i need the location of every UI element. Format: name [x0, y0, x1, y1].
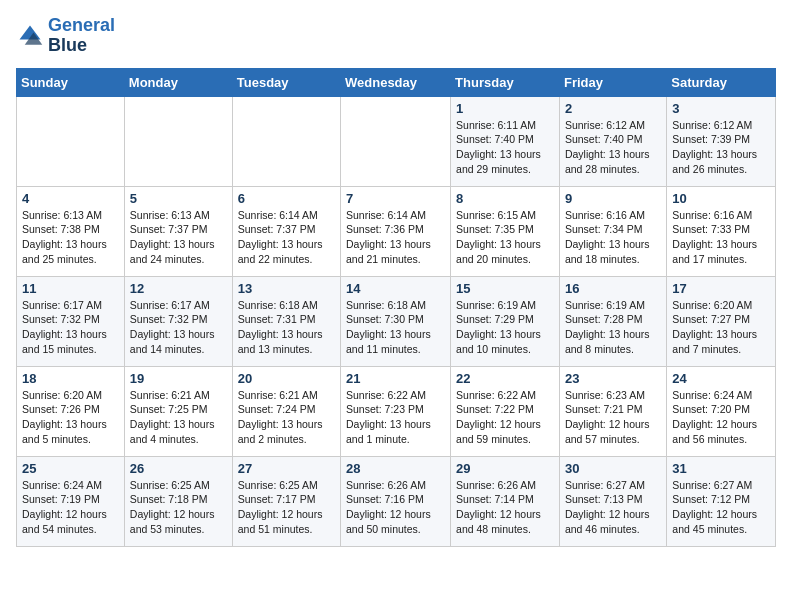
calendar-cell: 8Sunrise: 6:15 AM Sunset: 7:35 PM Daylig… — [451, 186, 560, 276]
calendar-cell: 17Sunrise: 6:20 AM Sunset: 7:27 PM Dayli… — [667, 276, 776, 366]
day-info: Sunrise: 6:11 AM Sunset: 7:40 PM Dayligh… — [456, 118, 554, 177]
calendar-cell: 28Sunrise: 6:26 AM Sunset: 7:16 PM Dayli… — [341, 456, 451, 546]
logo-text: General Blue — [48, 16, 115, 56]
day-info: Sunrise: 6:26 AM Sunset: 7:14 PM Dayligh… — [456, 478, 554, 537]
calendar-cell: 14Sunrise: 6:18 AM Sunset: 7:30 PM Dayli… — [341, 276, 451, 366]
calendar-week-row: 4Sunrise: 6:13 AM Sunset: 7:38 PM Daylig… — [17, 186, 776, 276]
day-info: Sunrise: 6:25 AM Sunset: 7:18 PM Dayligh… — [130, 478, 227, 537]
day-number: 2 — [565, 101, 661, 116]
day-info: Sunrise: 6:12 AM Sunset: 7:39 PM Dayligh… — [672, 118, 770, 177]
day-info: Sunrise: 6:24 AM Sunset: 7:20 PM Dayligh… — [672, 388, 770, 447]
day-info: Sunrise: 6:14 AM Sunset: 7:36 PM Dayligh… — [346, 208, 445, 267]
day-number: 20 — [238, 371, 335, 386]
day-number: 28 — [346, 461, 445, 476]
day-number: 10 — [672, 191, 770, 206]
calendar-cell: 29Sunrise: 6:26 AM Sunset: 7:14 PM Dayli… — [451, 456, 560, 546]
calendar-cell: 9Sunrise: 6:16 AM Sunset: 7:34 PM Daylig… — [559, 186, 666, 276]
day-number: 19 — [130, 371, 227, 386]
day-number: 16 — [565, 281, 661, 296]
calendar-cell: 3Sunrise: 6:12 AM Sunset: 7:39 PM Daylig… — [667, 96, 776, 186]
day-number: 27 — [238, 461, 335, 476]
calendar-cell: 26Sunrise: 6:25 AM Sunset: 7:18 PM Dayli… — [124, 456, 232, 546]
calendar-week-row: 25Sunrise: 6:24 AM Sunset: 7:19 PM Dayli… — [17, 456, 776, 546]
day-info: Sunrise: 6:19 AM Sunset: 7:28 PM Dayligh… — [565, 298, 661, 357]
calendar-cell: 25Sunrise: 6:24 AM Sunset: 7:19 PM Dayli… — [17, 456, 125, 546]
calendar-week-row: 1Sunrise: 6:11 AM Sunset: 7:40 PM Daylig… — [17, 96, 776, 186]
weekday-header-tuesday: Tuesday — [232, 68, 340, 96]
day-number: 1 — [456, 101, 554, 116]
calendar-cell: 1Sunrise: 6:11 AM Sunset: 7:40 PM Daylig… — [451, 96, 560, 186]
logo: General Blue — [16, 16, 115, 56]
calendar-cell: 18Sunrise: 6:20 AM Sunset: 7:26 PM Dayli… — [17, 366, 125, 456]
day-number: 6 — [238, 191, 335, 206]
day-number: 13 — [238, 281, 335, 296]
weekday-header-monday: Monday — [124, 68, 232, 96]
calendar-cell — [17, 96, 125, 186]
calendar-cell: 10Sunrise: 6:16 AM Sunset: 7:33 PM Dayli… — [667, 186, 776, 276]
calendar-week-row: 18Sunrise: 6:20 AM Sunset: 7:26 PM Dayli… — [17, 366, 776, 456]
day-info: Sunrise: 6:27 AM Sunset: 7:13 PM Dayligh… — [565, 478, 661, 537]
calendar-cell: 30Sunrise: 6:27 AM Sunset: 7:13 PM Dayli… — [559, 456, 666, 546]
day-info: Sunrise: 6:21 AM Sunset: 7:25 PM Dayligh… — [130, 388, 227, 447]
day-number: 12 — [130, 281, 227, 296]
calendar-cell: 21Sunrise: 6:22 AM Sunset: 7:23 PM Dayli… — [341, 366, 451, 456]
day-number: 11 — [22, 281, 119, 296]
day-info: Sunrise: 6:20 AM Sunset: 7:27 PM Dayligh… — [672, 298, 770, 357]
day-info: Sunrise: 6:25 AM Sunset: 7:17 PM Dayligh… — [238, 478, 335, 537]
calendar-table: SundayMondayTuesdayWednesdayThursdayFrid… — [16, 68, 776, 547]
calendar-cell: 12Sunrise: 6:17 AM Sunset: 7:32 PM Dayli… — [124, 276, 232, 366]
calendar-cell: 31Sunrise: 6:27 AM Sunset: 7:12 PM Dayli… — [667, 456, 776, 546]
day-number: 31 — [672, 461, 770, 476]
weekday-header-row: SundayMondayTuesdayWednesdayThursdayFrid… — [17, 68, 776, 96]
calendar-cell: 2Sunrise: 6:12 AM Sunset: 7:40 PM Daylig… — [559, 96, 666, 186]
calendar-cell — [124, 96, 232, 186]
day-number: 4 — [22, 191, 119, 206]
calendar-week-row: 11Sunrise: 6:17 AM Sunset: 7:32 PM Dayli… — [17, 276, 776, 366]
calendar-cell: 22Sunrise: 6:22 AM Sunset: 7:22 PM Dayli… — [451, 366, 560, 456]
weekday-header-friday: Friday — [559, 68, 666, 96]
calendar-cell: 7Sunrise: 6:14 AM Sunset: 7:36 PM Daylig… — [341, 186, 451, 276]
day-info: Sunrise: 6:16 AM Sunset: 7:34 PM Dayligh… — [565, 208, 661, 267]
day-info: Sunrise: 6:22 AM Sunset: 7:22 PM Dayligh… — [456, 388, 554, 447]
day-info: Sunrise: 6:24 AM Sunset: 7:19 PM Dayligh… — [22, 478, 119, 537]
calendar-cell: 4Sunrise: 6:13 AM Sunset: 7:38 PM Daylig… — [17, 186, 125, 276]
day-info: Sunrise: 6:18 AM Sunset: 7:30 PM Dayligh… — [346, 298, 445, 357]
day-info: Sunrise: 6:19 AM Sunset: 7:29 PM Dayligh… — [456, 298, 554, 357]
calendar-cell: 15Sunrise: 6:19 AM Sunset: 7:29 PM Dayli… — [451, 276, 560, 366]
day-info: Sunrise: 6:12 AM Sunset: 7:40 PM Dayligh… — [565, 118, 661, 177]
day-info: Sunrise: 6:14 AM Sunset: 7:37 PM Dayligh… — [238, 208, 335, 267]
calendar-cell: 27Sunrise: 6:25 AM Sunset: 7:17 PM Dayli… — [232, 456, 340, 546]
day-info: Sunrise: 6:13 AM Sunset: 7:37 PM Dayligh… — [130, 208, 227, 267]
day-number: 15 — [456, 281, 554, 296]
calendar-cell: 11Sunrise: 6:17 AM Sunset: 7:32 PM Dayli… — [17, 276, 125, 366]
day-number: 23 — [565, 371, 661, 386]
day-number: 8 — [456, 191, 554, 206]
day-number: 14 — [346, 281, 445, 296]
calendar-cell: 16Sunrise: 6:19 AM Sunset: 7:28 PM Dayli… — [559, 276, 666, 366]
calendar-cell: 6Sunrise: 6:14 AM Sunset: 7:37 PM Daylig… — [232, 186, 340, 276]
day-info: Sunrise: 6:27 AM Sunset: 7:12 PM Dayligh… — [672, 478, 770, 537]
calendar-cell: 5Sunrise: 6:13 AM Sunset: 7:37 PM Daylig… — [124, 186, 232, 276]
logo-icon — [16, 22, 44, 50]
day-number: 5 — [130, 191, 227, 206]
day-info: Sunrise: 6:18 AM Sunset: 7:31 PM Dayligh… — [238, 298, 335, 357]
day-number: 7 — [346, 191, 445, 206]
day-number: 24 — [672, 371, 770, 386]
day-info: Sunrise: 6:15 AM Sunset: 7:35 PM Dayligh… — [456, 208, 554, 267]
day-number: 30 — [565, 461, 661, 476]
day-info: Sunrise: 6:22 AM Sunset: 7:23 PM Dayligh… — [346, 388, 445, 447]
day-info: Sunrise: 6:20 AM Sunset: 7:26 PM Dayligh… — [22, 388, 119, 447]
weekday-header-thursday: Thursday — [451, 68, 560, 96]
weekday-header-wednesday: Wednesday — [341, 68, 451, 96]
day-info: Sunrise: 6:23 AM Sunset: 7:21 PM Dayligh… — [565, 388, 661, 447]
day-number: 3 — [672, 101, 770, 116]
day-number: 26 — [130, 461, 227, 476]
day-number: 21 — [346, 371, 445, 386]
day-number: 18 — [22, 371, 119, 386]
weekday-header-sunday: Sunday — [17, 68, 125, 96]
calendar-cell: 13Sunrise: 6:18 AM Sunset: 7:31 PM Dayli… — [232, 276, 340, 366]
day-info: Sunrise: 6:17 AM Sunset: 7:32 PM Dayligh… — [130, 298, 227, 357]
day-number: 25 — [22, 461, 119, 476]
day-number: 17 — [672, 281, 770, 296]
day-number: 22 — [456, 371, 554, 386]
